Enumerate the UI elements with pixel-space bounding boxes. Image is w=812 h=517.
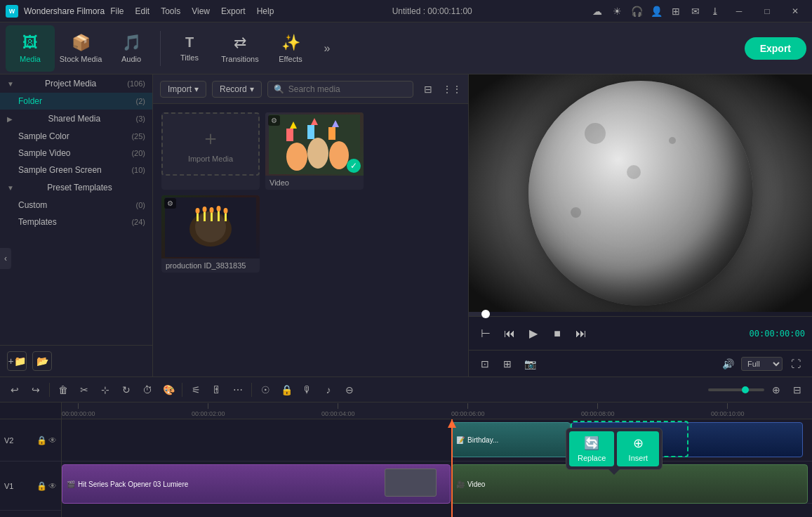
preview-moon-background <box>469 74 812 312</box>
import-button[interactable]: Import ▾ <box>160 81 206 98</box>
import-folder-button[interactable]: 📂 <box>32 351 52 371</box>
toolbar-titles-label: Titles <box>180 53 199 62</box>
toolbar-transitions[interactable]: ⇄ Transitions <box>215 25 265 72</box>
minus-button[interactable]: ⊖ <box>340 381 359 399</box>
menu-view[interactable]: View <box>192 6 210 16</box>
play-button[interactable]: ▶ <box>524 324 543 343</box>
scroll-arrow[interactable]: ‹ <box>0 248 11 269</box>
menu-export[interactable]: Export <box>221 6 246 16</box>
track-v2-eye-icon[interactable]: 👁 <box>48 436 57 445</box>
track-v1-lock-icon[interactable]: 🔒 <box>36 481 47 491</box>
zoom-thumb[interactable] <box>742 386 749 393</box>
speed-button[interactable]: ⏱ <box>138 381 157 399</box>
sun-icon[interactable]: ☀ <box>610 4 624 18</box>
section-project-media[interactable]: ▼ Project Media (106) <box>0 74 152 93</box>
toolbar-effects[interactable]: ✨ Effects <box>266 25 315 72</box>
menu-help[interactable]: Help <box>257 6 274 16</box>
ruler-mark-2: 00:00:04:00 <box>321 403 355 417</box>
shrink-button[interactable]: ⊡ <box>476 355 494 373</box>
fit-button[interactable]: ⊟ <box>788 381 806 399</box>
record-button[interactable]: Record ▾ <box>212 81 262 98</box>
audio-track-button[interactable]: ♪ <box>319 381 338 399</box>
sidebar-item-sample-color[interactable]: Sample Color (25) <box>0 128 152 145</box>
import-media-item[interactable]: ＋ Import Media <box>161 112 260 190</box>
sidebar-item-sample-green-screen[interactable]: Sample Green Screen (10) <box>0 162 152 178</box>
toolbar-media-label: Media <box>20 55 41 63</box>
zoom-slider[interactable] <box>708 388 764 391</box>
clip-small-gray[interactable] <box>385 469 437 497</box>
screenshot-button[interactable]: 📷 <box>521 355 539 373</box>
close-button[interactable]: ✕ <box>784 4 806 18</box>
step-forward-button[interactable]: ⏭ <box>571 324 591 343</box>
delete-button[interactable]: 🗑 <box>54 381 72 399</box>
person-icon[interactable]: 👤 <box>649 4 663 18</box>
clip-video-label: 🎥 Video <box>452 465 489 503</box>
split-button[interactable]: ⚟ <box>187 381 205 399</box>
add-folder-button[interactable]: +📁 <box>7 351 27 371</box>
volume-button[interactable]: 🔊 <box>719 355 737 373</box>
fullscreen-button[interactable]: ⛶ <box>787 355 805 373</box>
ruler-mark-0: 00:00:00:00 <box>62 403 95 417</box>
prev-keyframe-button[interactable]: ⊢ <box>476 324 495 343</box>
redo-button[interactable]: ↪ <box>27 381 45 399</box>
download-icon[interactable]: ⤓ <box>708 4 722 18</box>
folder-count: (2) <box>136 97 145 105</box>
toolbar-more-button[interactable]: » <box>317 38 338 59</box>
replace-button[interactable]: 🔄 Replace <box>569 431 614 466</box>
clip-video-main[interactable]: 🎥 Video <box>451 464 808 504</box>
project-media-count: (106) <box>127 79 145 88</box>
timeline-ruler[interactable]: 00:00:00:00 00:00:02:00 00:00:04:00 00:0… <box>62 403 812 419</box>
plus-zoom-button[interactable]: ⊕ <box>767 381 785 399</box>
color-button[interactable]: 🎨 <box>159 381 178 399</box>
section-shared-media[interactable]: ▶ Shared Media (3) <box>0 110 152 128</box>
snap-button[interactable]: ☉ <box>256 381 274 399</box>
ruler-mark-3: 00:00:06:00 <box>451 403 485 417</box>
sidebar-item-custom[interactable]: Custom (0) <box>0 197 152 214</box>
audio-adjust-button[interactable]: 🎚 <box>208 381 226 399</box>
grid-view-button[interactable]: ⋮⋮ <box>443 80 461 98</box>
crop-button[interactable]: ⊹ <box>96 381 114 399</box>
menu-file[interactable]: File <box>110 6 124 16</box>
toolbar-audio[interactable]: 🎵 Audio <box>107 25 156 72</box>
preview-progress-bar[interactable] <box>469 312 812 316</box>
undo-button[interactable]: ↩ <box>6 381 24 399</box>
mic-button[interactable]: 🎙 <box>298 381 317 399</box>
expand-button[interactable]: ⊞ <box>498 355 517 373</box>
production-media-item[interactable]: ⚙ production ID_3831835 <box>161 195 260 273</box>
track-header-v2: V2 🔒 👁 <box>0 419 61 462</box>
toolbar-media[interactable]: 🖼 Media <box>6 25 55 72</box>
stop-button[interactable]: ■ <box>547 324 567 343</box>
video-media-item[interactable]: ✓ ⚙ Video <box>265 112 364 190</box>
toolbar-stock-media[interactable]: 📦 Stock Media <box>56 25 105 72</box>
search-box[interactable]: 🔍 <box>267 81 413 98</box>
headphone-icon[interactable]: 🎧 <box>630 4 644 18</box>
maximize-button[interactable]: □ <box>756 4 778 18</box>
clip-birthday-teal[interactable]: 📝 Birthday... <box>451 422 571 457</box>
section-preset-templates[interactable]: ▼ Preset Templates <box>0 178 152 197</box>
filter-button[interactable]: ⊟ <box>419 80 437 98</box>
sidebar-item-folder[interactable]: Folder (2) <box>0 93 152 110</box>
toolbar-titles[interactable]: T Titles <box>165 25 214 72</box>
more-effects-button[interactable]: ⋯ <box>229 381 247 399</box>
sidebar-item-all-templates[interactable]: Templates (24) <box>0 214 152 230</box>
rotate-button[interactable]: ↻ <box>117 381 135 399</box>
bookmark-icon[interactable]: ⊞ <box>669 4 683 18</box>
sidebar-item-sample-video[interactable]: Sample Video (20) <box>0 145 152 162</box>
transitions-icon: ⇄ <box>234 34 246 52</box>
step-back-button[interactable]: ⏮ <box>500 324 519 343</box>
track-v1-eye-icon[interactable]: 👁 <box>48 481 57 491</box>
menu-tools[interactable]: Tools <box>161 6 180 16</box>
cloud-icon[interactable]: ☁ <box>590 4 604 18</box>
lock-button[interactable]: 🔒 <box>277 381 295 399</box>
zoom-select[interactable]: Full 50% 75% 100% <box>741 357 783 371</box>
menu-edit[interactable]: Edit <box>135 6 150 16</box>
mail-icon[interactable]: ✉ <box>688 4 703 18</box>
minimize-button[interactable]: ─ <box>728 4 750 18</box>
cut-button[interactable]: ✂ <box>75 381 93 399</box>
export-button[interactable]: Export <box>745 37 806 60</box>
insert-button[interactable]: ⊕ Insert <box>617 431 659 466</box>
playhead[interactable] <box>451 419 453 517</box>
search-input[interactable] <box>288 84 407 94</box>
track-v2-lock-icon[interactable]: 🔒 <box>36 436 47 445</box>
import-media-thumb[interactable]: ＋ Import Media <box>161 112 260 176</box>
